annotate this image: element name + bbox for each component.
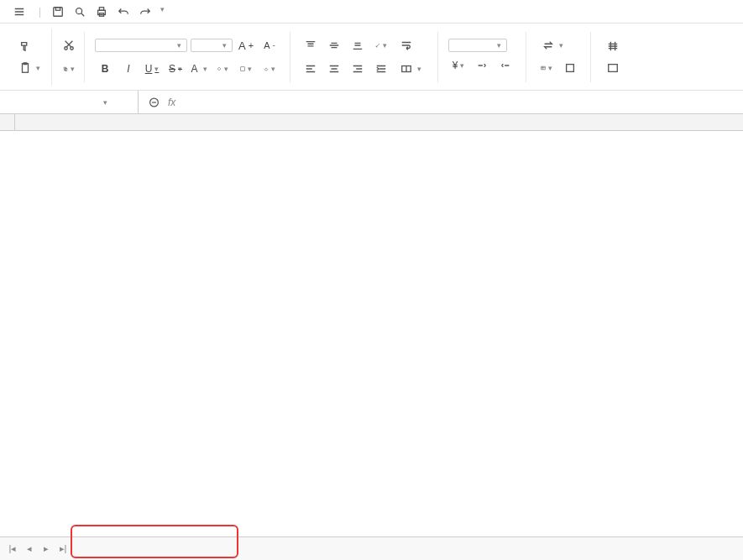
svg-point-9 xyxy=(71,47,74,50)
orientation-button[interactable]: ▾ xyxy=(371,35,391,55)
svg-rect-14 xyxy=(542,66,546,70)
format-painter-button[interactable] xyxy=(13,37,46,55)
save-icon[interactable] xyxy=(51,5,65,18)
copy-button[interactable]: ▾ xyxy=(59,59,79,79)
column-headers xyxy=(0,114,743,131)
sheet-nav-first[interactable]: |◂ xyxy=(5,542,20,557)
print-icon[interactable] xyxy=(95,5,108,18)
align-center-button[interactable] xyxy=(324,59,344,79)
copy-icon xyxy=(63,63,68,75)
cell-reference-input[interactable] xyxy=(31,97,98,108)
undo-icon[interactable] xyxy=(117,5,130,18)
formula-bar: ▾ fx xyxy=(0,91,743,114)
number-format-select[interactable]: ▾ xyxy=(448,39,507,52)
redo-icon[interactable] xyxy=(139,5,152,18)
wrap-text-button[interactable] xyxy=(395,36,421,55)
wrap-icon xyxy=(400,39,412,51)
cell-style-button[interactable] xyxy=(560,58,580,78)
rowcol-icon xyxy=(607,40,619,52)
align-left-button[interactable] xyxy=(301,59,321,79)
svg-rect-0 xyxy=(54,7,63,16)
svg-point-8 xyxy=(65,47,68,50)
name-box-dropdown[interactable]: ▾ xyxy=(103,98,107,107)
align-top-button[interactable] xyxy=(301,35,321,55)
fill-color-button[interactable]: ▾ xyxy=(212,59,233,79)
annotation-sheets xyxy=(71,525,238,558)
paintbrush-icon xyxy=(19,40,31,52)
print-preview-icon[interactable] xyxy=(73,5,86,18)
formula-input[interactable] xyxy=(184,97,733,108)
sheet-tab-bar: |◂ ◂ ▸ ▸| xyxy=(0,536,743,560)
svg-rect-15 xyxy=(567,65,574,72)
scissors-icon xyxy=(63,39,75,51)
svg-point-2 xyxy=(76,8,82,13)
increase-font-button[interactable]: A+ xyxy=(236,35,256,55)
ribbon: ▾ ▾ ▾ ▾ A+ A- B I U▾ S▾ A▾ ▾ ▾ ▾ xyxy=(0,24,743,91)
merge-icon xyxy=(400,63,412,75)
currency-button[interactable]: ¥▾ xyxy=(448,55,468,76)
indent-button[interactable] xyxy=(371,59,391,79)
decrease-font-button[interactable]: A- xyxy=(259,35,280,55)
decrease-decimal-button[interactable] xyxy=(472,55,492,76)
paste-button[interactable]: ▾ xyxy=(13,59,46,77)
sheet-nav-last[interactable]: ▸| xyxy=(55,542,71,557)
spreadsheet-grid[interactable] xyxy=(0,114,743,517)
font-size-select[interactable]: ▾ xyxy=(191,39,233,52)
border-icon xyxy=(240,63,245,75)
svg-rect-6 xyxy=(23,64,29,73)
fx-icon[interactable]: fx xyxy=(168,97,175,108)
merge-button[interactable]: ▾ xyxy=(395,60,427,78)
select-all-corner[interactable] xyxy=(0,114,15,130)
sheet-icon xyxy=(607,62,619,74)
align-middle-button[interactable] xyxy=(324,35,344,55)
increase-decimal-button[interactable] xyxy=(495,55,515,76)
menu-icon xyxy=(13,6,25,18)
clear-format-button[interactable]: ▾ xyxy=(259,59,280,79)
sheet-nav-next[interactable]: ▸ xyxy=(39,542,54,557)
align-bottom-button[interactable] xyxy=(348,35,368,55)
name-box[interactable]: ▾ xyxy=(0,91,139,113)
convert-icon xyxy=(542,39,554,51)
border-button[interactable]: ▾ xyxy=(236,59,256,79)
bucket-icon xyxy=(217,63,222,75)
align-right-button[interactable] xyxy=(348,59,368,79)
bold-button[interactable]: B xyxy=(95,59,115,79)
underline-button[interactable]: U▾ xyxy=(142,59,162,79)
font-color-button[interactable]: A▾ xyxy=(189,59,209,79)
svg-rect-1 xyxy=(56,7,60,10)
cut-button[interactable] xyxy=(59,35,79,55)
file-menu[interactable] xyxy=(7,3,35,21)
italic-button[interactable]: I xyxy=(118,59,139,79)
table-style-button[interactable]: ▾ xyxy=(536,58,557,78)
worksheet-button[interactable] xyxy=(601,59,627,77)
clipboard-icon xyxy=(19,62,31,74)
svg-rect-16 xyxy=(609,65,618,72)
cancel-icon[interactable] xyxy=(149,97,160,108)
font-name-select[interactable]: ▾ xyxy=(95,39,187,52)
svg-rect-12 xyxy=(241,67,245,71)
sheet-nav-prev[interactable]: ◂ xyxy=(22,542,37,557)
svg-rect-4 xyxy=(100,7,104,10)
cells-area[interactable] xyxy=(15,131,743,517)
qat-dropdown[interactable]: ▾ xyxy=(160,5,165,18)
menu-bar: | ▾ xyxy=(0,0,743,24)
eraser-icon xyxy=(264,63,269,75)
convert-button[interactable]: ▾ xyxy=(536,36,569,55)
rowcol-button[interactable] xyxy=(601,37,627,55)
quick-access-toolbar: ▾ xyxy=(44,5,171,18)
strikethrough-button[interactable]: S▾ xyxy=(165,59,186,79)
